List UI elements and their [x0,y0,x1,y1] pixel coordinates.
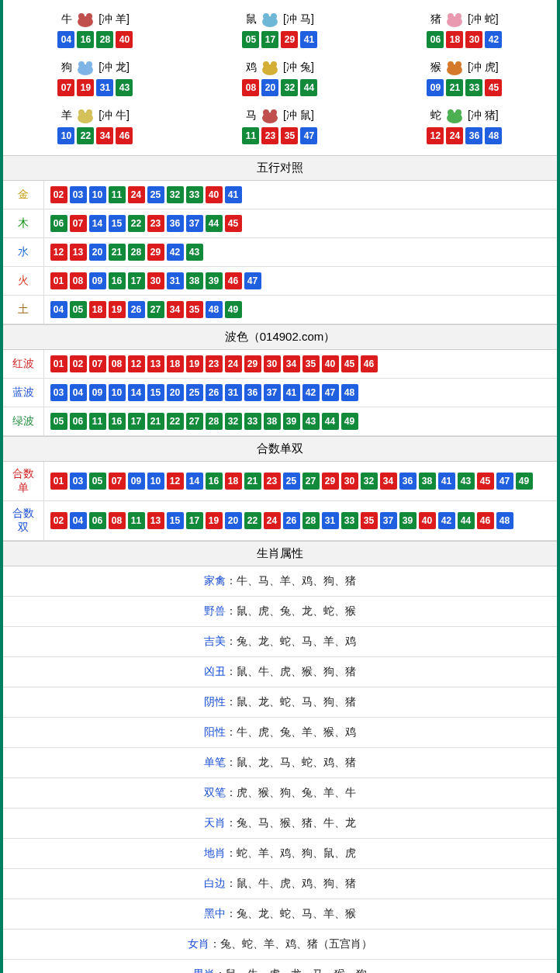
attr-row: 地肖：蛇、羊、鸡、狗、鼠、虎 [3,838,557,868]
number-ball: 08 [70,272,87,289]
attr-key: 吉美 [204,635,226,647]
attr-value: ：兔、龙、蛇、马、羊、猴 [226,907,356,919]
number-ball: 22 [167,413,184,430]
number-ball: 44 [458,512,475,529]
svg-point-20 [86,109,92,116]
number-ball: 14 [128,384,145,401]
number-ball: 12 [427,127,444,144]
number-ball: 33 [341,512,358,529]
number-ball: 37 [264,384,281,401]
number-ball: 46 [116,127,133,144]
number-ball: 16 [109,272,126,289]
svg-point-23 [271,109,277,116]
svg-point-25 [448,109,454,116]
table-row: 蓝波 03040910141520252631363741424748 [3,379,557,407]
attr-row: 吉美：兔、龙、蛇、马、羊、鸡 [3,626,557,656]
zodiac-cell: 牛 [冲 羊] 04162840 [3,5,188,53]
number-ball: 47 [322,384,339,401]
zodiac-icon [258,106,282,125]
number-ball: 44 [322,413,339,430]
number-ball: 12 [128,355,145,372]
number-ball: 37 [186,215,203,232]
zodiac-cell: 羊 [冲 牛] 10223446 [3,101,188,149]
number-ball: 45 [477,473,494,490]
row-label: 合数单 [3,462,43,501]
number-ball: 25 [147,186,164,203]
zodiac-conflict: [冲 虎] [468,61,499,74]
number-ball: 40 [322,355,339,372]
number-ball: 04 [50,301,67,318]
zodiac-numbers: 12243648 [372,127,557,144]
number-ball: 47 [300,127,317,144]
number-ball: 01 [50,473,67,490]
number-ball: 29 [281,31,298,48]
number-ball: 10 [57,127,74,144]
zodiac-numbers: 04162840 [3,31,188,48]
number-ball: 18 [446,31,463,48]
number-ball: 08 [242,79,259,96]
attr-row: 黑中：兔、龙、蛇、马、羊、猴 [3,899,557,929]
number-ball: 39 [283,413,300,430]
number-ball: 03 [50,384,67,401]
number-ball: 16 [206,473,223,490]
number-ball: 21 [109,244,126,261]
number-line: 0103050709101214161821232527293032343638… [50,473,551,490]
number-ball: 11 [89,413,106,430]
number-ball: 30 [341,473,358,490]
row-label: 土 [3,296,43,324]
number-line: 0108091617303138394647 [50,272,551,289]
row-label: 木 [3,209,43,238]
number-ball: 09 [427,79,444,96]
number-ball: 13 [147,512,164,529]
number-ball: 35 [186,301,203,318]
number-ball: 05 [242,31,259,48]
number-ball: 19 [206,512,223,529]
number-ball: 36 [465,127,482,144]
attr-key: 白边 [204,877,226,889]
section-header-attr: 生肖属性 [3,541,557,566]
row-label: 火 [3,267,43,296]
attr-key: 野兽 [204,604,226,617]
number-ball: 23 [206,355,223,372]
number-ball: 41 [438,473,455,490]
zodiac-conflict: [冲 羊] [99,12,130,26]
number-ball: 24 [446,127,463,144]
bose-table: 红波 0102070812131819232429303435404546 蓝波… [3,350,557,436]
number-ball: 15 [147,384,164,401]
number-ball: 42 [485,31,502,48]
number-ball: 35 [281,127,298,144]
svg-point-13 [263,61,269,68]
number-ball: 02 [70,355,87,372]
number-ball: 27 [302,473,320,490]
attr-row: 双笔：虎、猴、狗、兔、羊、牛 [3,777,557,808]
attr-key: 家禽 [204,574,226,587]
zodiac-name: 猪 [430,12,441,26]
number-ball: 43 [302,413,320,430]
number-ball: 25 [186,384,203,401]
number-ball: 16 [77,31,94,48]
wuxing-table: 金 02031011242532334041 木 060714152223363… [3,181,557,324]
number-ball: 45 [225,215,242,232]
number-ball: 34 [96,127,113,144]
attr-key: 女肖 [188,937,209,950]
number-ball: 31 [167,272,184,289]
number-ball: 47 [244,272,261,289]
number-ball: 26 [206,384,223,401]
attr-list: 家禽：牛、马、羊、鸡、狗、猪 野兽：鼠、虎、兔、龙、蛇、猴 吉美：兔、龙、蛇、马… [3,566,557,973]
number-ball: 22 [128,215,145,232]
table-row: 水 1213202128294243 [3,238,557,267]
number-ball: 49 [341,413,358,430]
number-ball: 28 [96,31,113,48]
number-ball: 13 [147,355,164,372]
number-ball: 07 [70,215,87,232]
number-ball: 36 [244,384,261,401]
number-ball: 20 [225,512,242,529]
attr-row: 单笔：鼠、龙、马、蛇、鸡、猪 [3,747,557,777]
number-ball: 06 [50,215,67,232]
number-ball: 12 [50,244,67,261]
zodiac-cell: 蛇 [冲 猪] 12243648 [372,101,557,149]
attr-value: ：鼠、龙、蛇、马、狗、猪 [226,695,356,708]
attr-value: ：鼠、牛、虎、猴、狗、猪 [226,665,356,677]
number-ball: 34 [167,301,184,318]
number-ball: 32 [167,186,184,203]
